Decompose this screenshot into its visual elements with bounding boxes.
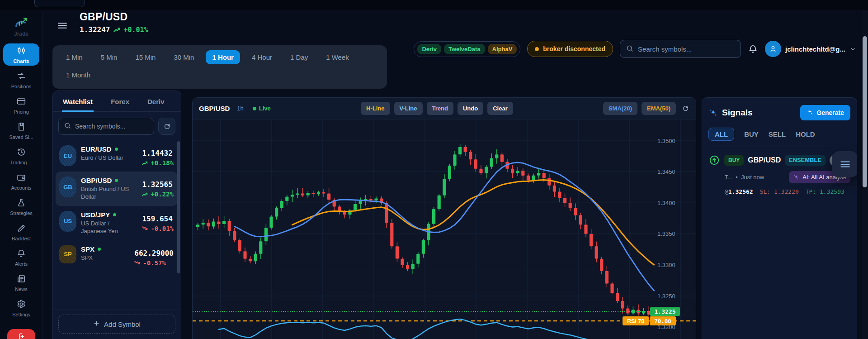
- watchlist-search-input[interactable]: [75, 123, 149, 130]
- symbol-badge: US: [59, 211, 76, 232]
- watchlist-row-spx[interactable]: SP SPX SPX 662.29000 -0.57%: [56, 240, 177, 272]
- sidebar-item-charts[interactable]: Charts: [3, 43, 39, 66]
- broker-status-badge[interactable]: broker disconnected: [527, 41, 613, 57]
- timeframe-bar: 1 Min5 Min15 Min30 Min1 Hour4 Hour1 Day1…: [52, 45, 387, 89]
- add-symbol-button[interactable]: Add Symbol: [58, 315, 175, 334]
- chart-refresh-button[interactable]: [682, 105, 689, 112]
- signal-symbol: GBP/USD: [748, 156, 781, 164]
- watchlist-change: -0.01%: [142, 225, 174, 232]
- online-dot-icon: [98, 248, 101, 251]
- online-dot-icon: [115, 148, 118, 151]
- tool-button-v-line[interactable]: V-Line: [394, 102, 423, 115]
- watchlist-tab-watchlist[interactable]: Watchlist: [62, 91, 94, 112]
- watchlist-symbol: EUR/USD: [81, 145, 131, 153]
- provider-chip-deriv[interactable]: Deriv: [417, 44, 441, 54]
- chevron-down-icon: [849, 46, 856, 53]
- page-title-symbol: GBP/USD: [80, 11, 148, 23]
- timeframe-button-1-day[interactable]: 1 Day: [284, 50, 314, 64]
- timeframe-button-1-hour[interactable]: 1 Hour: [206, 50, 240, 64]
- notifications-button[interactable]: [748, 44, 758, 54]
- watchlist-symbol: GBP/USD: [81, 177, 131, 184]
- watchlist-row-gbp-usd[interactable]: GB GBP/USD British Pound / US Dollar 1.3…: [56, 172, 177, 206]
- entry-prefix: @: [725, 188, 728, 195]
- tool-button-clear[interactable]: Clear: [487, 102, 513, 115]
- sidebar-item-accounts[interactable]: Accounts: [3, 170, 39, 192]
- sparkles-icon: [793, 174, 799, 181]
- sidebar-item-saved-si[interactable]: Saved Si...: [3, 119, 39, 142]
- sidebar-item-settings[interactable]: Settings: [3, 297, 39, 319]
- indicator-button-sma-20[interactable]: SMA(20): [603, 102, 637, 115]
- signals-filter-tabs: ALLBUYSELLHOLD: [708, 128, 850, 147]
- trend-up-icon: [113, 27, 121, 33]
- global-search-input[interactable]: [638, 45, 735, 53]
- watchlist-symbol: SPX: [81, 245, 130, 253]
- watchlist-description: US Dollar / Japanese Yen: [81, 220, 131, 235]
- sidebar: Jrade Charts Positions Pricing Saved Si.…: [0, 10, 43, 339]
- app-logo[interactable]: Jrade: [13, 13, 29, 38]
- live-indicator: Live: [253, 105, 271, 112]
- watchlist-row-eur-usd[interactable]: EU EUR/USD Euro / US Dollar 1.14432 +0.1…: [56, 140, 177, 172]
- sidebar-item-positions[interactable]: Positions: [3, 69, 39, 91]
- wallet-icon: [16, 172, 26, 184]
- sidebar-item-backtest[interactable]: Backtest: [3, 221, 39, 243]
- timeframe-button-30-min[interactable]: 30 Min: [167, 50, 200, 64]
- menu-toggle-button[interactable]: [57, 20, 68, 33]
- watchlist-tab-forex[interactable]: Forex: [110, 91, 130, 112]
- window-scrollbar[interactable]: [862, 10, 868, 339]
- chart-toolbar: GBP/USD 1h Live H-LineV-LineTrendUndoCle…: [193, 98, 696, 119]
- sparkles-icon: [708, 108, 718, 118]
- provider-chip-twelvedata[interactable]: TwelveData: [444, 44, 485, 54]
- watchlist-change: +0.18%: [142, 159, 174, 167]
- timeframe-button-5-min[interactable]: 5 Min: [94, 50, 124, 64]
- tool-button-h-line[interactable]: H-Line: [361, 102, 390, 115]
- signal-take-profit: 1.32593: [820, 188, 844, 195]
- symbol-price: 1.32247: [80, 25, 110, 34]
- logout-button[interactable]: Logout: [7, 329, 35, 339]
- sidebar-nav: Charts Positions Pricing Saved Si... Tra…: [0, 43, 42, 319]
- watchlist-change: +0.22%: [142, 191, 174, 198]
- avatar: [765, 41, 781, 57]
- price-chart[interactable]: 1.35001.34501.34001.33501.33001.32501.32…: [193, 119, 696, 339]
- tool-button-undo[interactable]: Undo: [458, 102, 483, 115]
- search-icon: [64, 122, 71, 131]
- svg-text:RSI 70: RSI 70: [627, 318, 644, 325]
- svg-text:1.3450: 1.3450: [657, 168, 675, 175]
- signal-stop-loss: 1.32220: [774, 188, 799, 195]
- floating-menu-button[interactable]: [832, 151, 857, 177]
- svg-text:1.3350: 1.3350: [657, 230, 675, 237]
- signal-entry-price: 1.32562: [728, 188, 753, 195]
- timeframe-button-1-month[interactable]: 1 Month: [60, 68, 97, 82]
- signals-tab-all[interactable]: ALL: [708, 128, 734, 141]
- timeframe-button-4-hour[interactable]: 4 Hour: [245, 50, 278, 64]
- watchlist-description: Euro / US Dollar: [81, 154, 131, 162]
- timeframe-button-1-min[interactable]: 1 Min: [60, 50, 89, 64]
- provider-chip-alphav[interactable]: AlphaV: [488, 44, 517, 54]
- sidebar-item-news[interactable]: News: [3, 272, 39, 294]
- watchlist-price: 1.32565: [142, 180, 174, 189]
- user-menu[interactable]: jclinchtechltd@g...: [765, 41, 856, 57]
- sidebar-item-trading[interactable]: Trading ...: [3, 145, 39, 167]
- gear-icon: [16, 299, 26, 310]
- indicator-button-ema-50[interactable]: EMA(50): [642, 102, 676, 115]
- sidebar-item-alerts[interactable]: Alerts: [3, 246, 39, 268]
- timeframe-button-15-min[interactable]: 15 Min: [129, 50, 162, 64]
- trend-down-icon: [134, 260, 140, 265]
- sidebar-item-strategies[interactable]: Strategies: [3, 196, 39, 218]
- signals-tab-sell[interactable]: SELL: [769, 130, 786, 138]
- watchlist-refresh-button[interactable]: [158, 118, 175, 135]
- symbol-badge: EU: [59, 145, 76, 166]
- chart-symbol: GBP/USD: [199, 105, 230, 112]
- signals-tab-buy[interactable]: BUY: [744, 130, 759, 138]
- watchlist-scrollbar[interactable]: [177, 141, 180, 273]
- arrow-up-circle-icon: [708, 154, 720, 166]
- generate-button[interactable]: Generate: [800, 105, 850, 120]
- signals-tab-hold[interactable]: HOLD: [796, 130, 815, 138]
- window-scrollbar-thumb[interactable]: [863, 36, 867, 187]
- sidebar-item-pricing[interactable]: Pricing: [3, 94, 39, 116]
- watchlist-row-usd-jpy[interactable]: US USD/JPY US Dollar / Japanese Yen 159.…: [56, 206, 177, 240]
- watchlist-tabs: WatchlistForexDeriv: [53, 91, 181, 112]
- signal-card[interactable]: BUY GBP/USD ENSEMBLE 29% T... • Just now…: [708, 147, 850, 202]
- watchlist-tab-deriv[interactable]: Deriv: [146, 91, 165, 112]
- timeframe-button-1-week[interactable]: 1 Week: [320, 50, 355, 64]
- tool-button-trend[interactable]: Trend: [427, 102, 453, 115]
